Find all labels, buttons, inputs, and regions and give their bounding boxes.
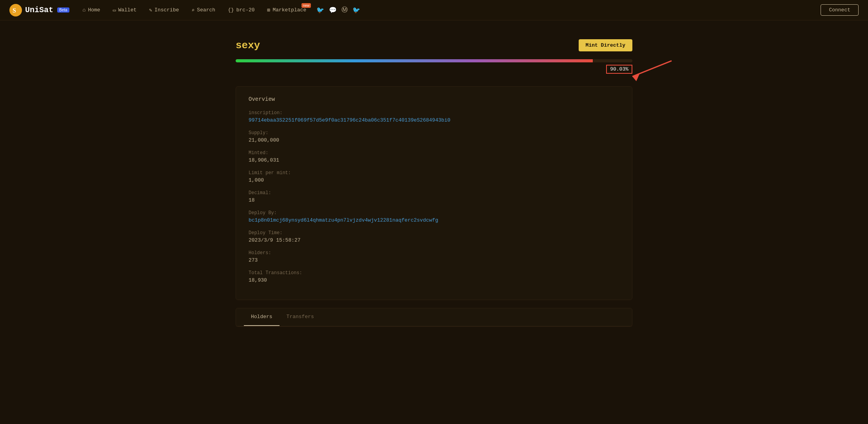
navbar: S UniSat Beta ⌂ Home ▭ Wallet ✎ Inscribe… (0, 0, 868, 20)
main-content: sexy Mint Directly 90.03% Overview inscr… (226, 20, 642, 327)
field-value-total-tx: 18,930 (249, 277, 619, 283)
nav-item-inscribe[interactable]: ✎ Inscribe (143, 0, 184, 20)
token-name: sexy (236, 40, 260, 51)
home-icon: ⌂ (83, 7, 86, 13)
pen-icon: ✎ (149, 7, 152, 13)
wallet-icon: ▭ (113, 7, 116, 13)
field-label-limit: Limit per mint: (249, 170, 619, 176)
nav-item-marketplace[interactable]: ⊞ Marketplace new (262, 0, 312, 20)
tabs-header: Holders Transfers (236, 308, 632, 326)
bird-icon[interactable]: 🐦 (352, 6, 360, 14)
social-icons: 🐦 💬 Ⓜ 🐦 (316, 6, 360, 14)
progress-track (236, 59, 632, 62)
field-label-decimal: Decimal: (249, 190, 619, 196)
tag-icon: ⊞ (267, 7, 271, 13)
nav-label-search: Search (197, 7, 215, 13)
search-icon: ⌕ (192, 7, 195, 13)
nav-label-brc20: brc-20 (236, 7, 255, 13)
deploy-by-link[interactable]: bc1p8n01mcj68ynsyd6l4qhmatzu4pn7lvjzdv4w… (249, 217, 438, 223)
overview-title: Overview (249, 96, 619, 102)
field-value-minted: 18,906,031 (249, 157, 619, 163)
field-value-deploy-time: 2023/3/9 15:58:27 (249, 237, 619, 243)
field-label-total-tx: Total Transactions: (249, 270, 619, 276)
logo-text: UniSat (25, 5, 53, 15)
nav-label-inscribe: Inscribe (154, 7, 179, 13)
beta-badge: Beta (57, 7, 69, 13)
nav-label-home: Home (88, 7, 100, 13)
new-badge: new (301, 3, 311, 8)
token-header: sexy Mint Directly (236, 39, 632, 51)
field-label-holders: Holders: (249, 250, 619, 256)
field-value-limit: 1,000 (249, 177, 619, 183)
field-value-holders: 273 (249, 257, 619, 263)
logo-icon: S (9, 4, 22, 16)
field-label-deploy-by: Deploy By: (249, 210, 619, 216)
nav-label-marketplace: Marketplace (272, 7, 306, 13)
nav-item-brc20[interactable]: {} brc-20 (222, 0, 260, 20)
field-value-decimal: 18 (249, 197, 619, 203)
tab-holders[interactable]: Holders (244, 308, 280, 326)
field-label-supply: Supply: (249, 130, 619, 136)
field-value-supply: 21,000,000 (249, 137, 619, 143)
tabs-card: Holders Transfers (236, 308, 632, 327)
connect-button[interactable]: Connect (821, 4, 859, 16)
discord-icon[interactable]: 💬 (329, 6, 337, 14)
logo[interactable]: S UniSat Beta (9, 4, 69, 16)
field-value-deploy-by: bc1p8n01mcj68ynsyd6l4qhmatzu4pn7lvjzdv4w… (249, 217, 619, 223)
nav-label-wallet: Wallet (118, 7, 136, 13)
tab-transfers[interactable]: Transfers (280, 308, 321, 326)
field-value-inscription: 99714ebaa3S2251f069f57d5e9f0ac31796c24ba… (249, 117, 619, 123)
progress-fill (236, 59, 593, 62)
medium-icon[interactable]: Ⓜ (341, 6, 348, 14)
nav-item-search[interactable]: ⌕ Search (186, 0, 221, 20)
red-arrow-icon (628, 57, 676, 84)
field-label-inscription: inscription: (249, 110, 619, 116)
twitter-icon[interactable]: 🐦 (316, 6, 324, 14)
mint-directly-button[interactable]: Mint Directly (579, 39, 632, 51)
overview-card: Overview inscription: 99714ebaa3S2251f06… (236, 86, 632, 300)
field-label-minted: Minted: (249, 150, 619, 156)
nav-item-home[interactable]: ⌂ Home (77, 0, 106, 20)
svg-text:S: S (13, 7, 16, 14)
progress-container: 90.03% (236, 59, 632, 74)
svg-line-2 (632, 61, 672, 76)
inscription-link[interactable]: 99714ebaa3S2251f069f57d5e9f0ac31796c24ba… (249, 117, 450, 123)
field-label-deploy-time: Deploy Time: (249, 230, 619, 236)
nav-item-wallet[interactable]: ▭ Wallet (107, 0, 142, 20)
braces-icon: {} (228, 7, 234, 13)
